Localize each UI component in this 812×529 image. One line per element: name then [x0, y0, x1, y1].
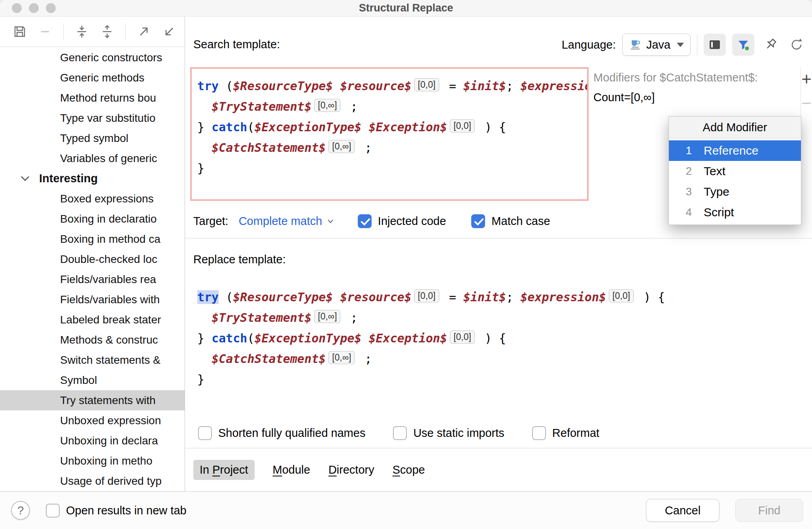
code-token: ;	[343, 311, 357, 325]
tree-item-generic-methods[interactable]: Generic methods	[0, 68, 185, 88]
arrow-up-right-icon	[137, 25, 151, 39]
language-select[interactable]: Java	[622, 34, 691, 56]
help-button[interactable]: ?	[11, 501, 30, 520]
structural-replace-dialog: Structural Replace Generic	[0, 0, 812, 529]
reset-button[interactable]	[787, 35, 806, 55]
menu-item-type[interactable]: 3Type	[669, 181, 801, 202]
tree-item-unboxing-in-metho[interactable]: Unboxing in metho	[0, 451, 185, 471]
menu-item-text[interactable]: 2Text	[669, 161, 801, 181]
window-title: Structural Replace	[0, 0, 812, 17]
tree-item-boxed-expressions[interactable]: Boxed expressions	[0, 189, 185, 209]
tree-item-type-var-substitutio[interactable]: Type var substitutio	[0, 108, 185, 128]
code-line: try ($ResourceType$ $resource$[0,0] = $i…	[197, 76, 582, 96]
code-token: ;	[506, 290, 520, 304]
checkbox-injected-code[interactable]: Injected code	[358, 214, 446, 228]
chevron-down-icon	[326, 217, 335, 225]
checkbox-box[interactable]	[198, 426, 212, 440]
checkbox-use-static-imports[interactable]: Use static imports	[393, 426, 504, 440]
templates-sidebar: Generic constructorsGeneric methodsMetho…	[0, 17, 185, 491]
add-modifier-popup: Add Modifier 1Reference2Text3Type4Script	[668, 116, 801, 225]
footer-checkbox-wrap: Open results in new tab	[46, 504, 187, 518]
expand-all-button[interactable]	[96, 21, 118, 43]
code-token	[197, 352, 211, 366]
checkbox-label: Match case	[491, 215, 550, 228]
checkbox-open-results-in-new-tab[interactable]: Open results in new tab	[46, 504, 187, 518]
code-line: $CatchStatement$[0,∞] ;	[197, 138, 582, 158]
tree-item-double-checked-loc[interactable]: Double-checked loc	[0, 249, 185, 269]
tree-item-symbol[interactable]: Symbol	[0, 370, 185, 390]
occurrence-count-badge: [0,0]	[609, 289, 634, 302]
remove-modifier-button[interactable]: −	[801, 96, 812, 110]
tree-item-fields-variables-with[interactable]: Fields/variables with	[0, 289, 185, 310]
chevron-down-icon	[677, 43, 684, 47]
find-button[interactable]: Find	[735, 499, 803, 522]
tree-item-boxing-in-declaratio[interactable]: Boxing in declaratio	[0, 209, 185, 229]
code-token: }	[197, 372, 204, 386]
filter-templates-button[interactable]	[732, 34, 754, 56]
tree-item-labeled-break-stater[interactable]: Labeled break stater	[0, 310, 185, 330]
arrow-down-left-icon	[162, 25, 176, 39]
save-template-button[interactable]	[9, 21, 31, 43]
export-template-button[interactable]	[133, 21, 155, 43]
tree-item-label: Boxing in method ca	[60, 233, 161, 246]
tree-item-method-returns-bou[interactable]: Method returns bou	[0, 88, 185, 108]
occurrence-count-badge: [0,∞]	[329, 140, 355, 153]
menu-item-script[interactable]: 4Script	[669, 202, 801, 223]
tree-item-typed-symbol[interactable]: Typed symbol	[0, 128, 185, 148]
popup-title: Add Modifier	[669, 117, 801, 138]
toggle-modifier-panel-button[interactable]	[704, 34, 726, 56]
checkbox-match-case[interactable]: Match case	[471, 214, 550, 228]
scope-tab-in-project[interactable]: In Project	[193, 460, 255, 480]
tree-item-unboxed-expression[interactable]: Unboxed expression	[0, 410, 185, 431]
collapse-all-button[interactable]	[71, 21, 93, 43]
menu-item-label: Reference	[704, 144, 758, 157]
code-token: (	[219, 79, 233, 93]
tree-item-generic-constructors[interactable]: Generic constructors	[0, 47, 185, 68]
tree-item-interesting[interactable]: Interesting	[0, 168, 185, 189]
tree-item-usage-of-derived-typ[interactable]: Usage of derived typ	[0, 471, 185, 491]
remove-template-button[interactable]	[34, 21, 56, 43]
menu-item-number: 2	[669, 165, 692, 178]
menu-item-label: Type	[704, 185, 729, 198]
tree-item-switch-statements[interactable]: Switch statements &	[0, 350, 185, 370]
code-line: try ($ResourceType$ $resource$[0,0] = $i…	[197, 287, 800, 308]
checkbox-box[interactable]	[393, 426, 407, 440]
menu-item-reference[interactable]: 1Reference	[669, 140, 801, 161]
target-value-dropdown[interactable]: Complete match	[239, 215, 335, 228]
tree-item-label: Method returns bou	[60, 92, 156, 104]
modifier-count-value[interactable]: Count=[0,∞]	[593, 91, 799, 104]
menu-item-label: Text	[704, 164, 725, 178]
code-token: ;	[357, 141, 372, 155]
checkbox-box[interactable]	[471, 214, 485, 228]
scope-tab-directory[interactable]: Directory	[329, 463, 374, 476]
checkbox-box[interactable]	[532, 426, 546, 440]
code-token: catch	[211, 331, 247, 345]
search-template-editor[interactable]: try ($ResourceType$ $resource$[0,0] = $i…	[190, 67, 589, 201]
scope-tab-module[interactable]: Module	[273, 463, 310, 476]
replace-template-editor[interactable]: try ($ResourceType$ $resource$[0,0] = $i…	[190, 273, 807, 408]
save-icon	[13, 25, 27, 39]
cancel-button[interactable]: Cancel	[646, 499, 719, 522]
checkbox-box[interactable]	[46, 504, 60, 518]
tree-item-fields-variables-rea[interactable]: Fields/variables rea	[0, 269, 185, 289]
checkbox-box[interactable]	[358, 214, 372, 228]
target-checkboxes: Injected codeMatch case	[358, 214, 550, 228]
code-token: (	[247, 120, 254, 134]
scope-bar: In ProjectModuleDirectoryScope	[185, 448, 812, 491]
import-template-button[interactable]	[158, 21, 180, 43]
tree-item-try-statements-with[interactable]: Try statements with	[0, 390, 185, 410]
checkbox-reformat[interactable]: Reformat	[532, 426, 599, 440]
code-token	[197, 100, 211, 113]
tree-item-methods-construc[interactable]: Methods & construc	[0, 330, 185, 350]
checkbox-shorten-fully-qualified-names[interactable]: Shorten fully qualified names	[198, 426, 365, 440]
scope-tab-scope[interactable]: Scope	[393, 463, 425, 476]
tree-item-variables-of-generic[interactable]: Variables of generic	[0, 148, 185, 168]
tree-item-boxing-in-method-ca[interactable]: Boxing in method ca	[0, 229, 185, 249]
tree-item-label: Unboxed expression	[60, 414, 161, 427]
pin-dialog-button[interactable]	[761, 35, 780, 55]
tree-item-label: Unboxing in declara	[60, 435, 158, 447]
tree-item-unboxing-in-declara[interactable]: Unboxing in declara	[0, 431, 185, 451]
code-token: try	[197, 290, 219, 304]
add-modifier-button[interactable]: +	[801, 71, 812, 87]
code-token: ;	[343, 100, 357, 113]
